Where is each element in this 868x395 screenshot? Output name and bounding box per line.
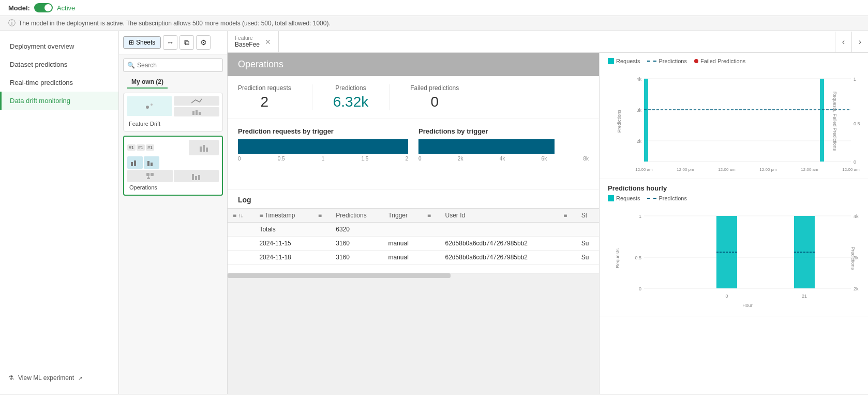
main-chart-legend: Requests Predictions Failed Predictions: [608, 58, 860, 64]
scroll-thumb[interactable]: [228, 273, 451, 278]
col-userid[interactable]: User Id: [440, 209, 559, 223]
totals-predictions: 6320: [331, 223, 383, 237]
feature-basefee-tab[interactable]: Feature BaseFee ✕: [228, 31, 279, 52]
predictions-value: 6.32k: [333, 94, 369, 110]
stats-row: Prediction requests 2 Predictions 6.32k …: [228, 76, 599, 119]
col-timestamp[interactable]: ≡ Timestamp: [254, 209, 312, 223]
predictions-stat: Predictions 6.32k: [333, 84, 369, 110]
svg-rect-3: [196, 110, 198, 115]
row1-predictions: 3160: [331, 237, 383, 251]
table-row: 2024-11-18 3160 manual 62d58b0a6cdb74726…: [228, 251, 599, 265]
tab-close-btn[interactable]: ✕: [265, 38, 271, 46]
tab-name-label: BaseFee: [235, 41, 260, 48]
col-predictions[interactable]: Predictions: [331, 209, 383, 223]
hourly-chart-legend: Requests Predictions: [608, 195, 860, 201]
stat-divider-2: [389, 84, 390, 110]
active-status: Active: [57, 4, 75, 12]
svg-rect-28: [820, 79, 824, 162]
svg-text:0: 0: [725, 294, 728, 299]
search-input[interactable]: [123, 58, 223, 72]
ops-header: Operations: [228, 53, 599, 76]
ops-mid-row: [127, 156, 219, 169]
sidebar-item-dataset-predictions[interactable]: Dataset predictions: [0, 55, 118, 74]
search-icon: 🔍: [127, 62, 135, 69]
sidebar-footer[interactable]: ⚗ View ML experiment ↗: [0, 368, 118, 388]
sheet-cards: Feature Drift #1 #1 #1: [119, 91, 227, 198]
svg-rect-10: [147, 161, 149, 166]
prediction-requests-stat: Prediction requests 2: [238, 84, 291, 110]
svg-text:1: 1: [854, 77, 856, 82]
search-box: 🔍: [123, 58, 223, 72]
nav-right-arrow[interactable]: ›: [851, 32, 868, 52]
experiment-icon: ⚗: [8, 374, 14, 382]
bar-chart-icon: [127, 156, 143, 169]
hourly-y-left: Requests: [615, 248, 620, 268]
charts-row: Prediction requests by trigger 0 0.5 1 1…: [228, 119, 599, 189]
col-menu[interactable]: ≡ ↑↓: [228, 209, 254, 223]
model-toggle[interactable]: [34, 3, 53, 12]
operations-card[interactable]: #1 #1 #1: [123, 136, 223, 196]
svg-text:12:00 pm: 12:00 pm: [759, 167, 777, 172]
svg-rect-11: [151, 163, 153, 166]
requests-axis: 0 0.5 1 1.5 2: [238, 156, 408, 162]
row2-timestamp: 2024-11-18: [254, 251, 312, 265]
sidebar-item-data-drift-monitoring[interactable]: Data drift monitoring: [0, 92, 118, 110]
y-left-label: Predictions: [617, 109, 622, 133]
svg-text:4k: 4k: [636, 77, 641, 82]
table-row: 2024-11-15 3160 manual 62d58b0a6cdb74726…: [228, 237, 599, 251]
col-trigger[interactable]: Trigger: [383, 209, 422, 223]
nav-arrows: ‹ ›: [835, 32, 868, 52]
model-label: Model:: [8, 4, 30, 12]
sheets-button[interactable]: ⊞ Sheets: [123, 36, 161, 49]
sidebar-item-deployment-overview[interactable]: Deployment overview: [0, 37, 118, 55]
settings-icon-btn[interactable]: ⚙: [196, 35, 211, 50]
legend-failed: Failed Predictions: [694, 58, 745, 64]
nav-left-arrow[interactable]: ‹: [835, 32, 851, 52]
hourly-legend-predictions: Predictions: [647, 195, 686, 201]
operations-panel: Operations Prediction requests 2 Predict…: [228, 53, 599, 394]
row1-timestamp: 2024-11-15: [254, 237, 312, 251]
svg-text:1: 1: [639, 214, 641, 219]
requests-legend-swatch: [608, 58, 614, 64]
log-table-header: ≡ ↑↓ ≡ Timestamp ≡ Predictions Trigger ≡…: [228, 209, 599, 223]
hourly-chart-section: Predictions hourly Requests Predictions …: [600, 179, 868, 316]
legend-requests: Requests: [608, 58, 640, 64]
svg-rect-16: [198, 175, 200, 180]
row1-status: Su: [576, 237, 599, 251]
move-icon-btn[interactable]: ↔: [163, 35, 177, 50]
svg-rect-12: [146, 173, 149, 176]
sidebar: Deployment overview Dataset predictions …: [0, 31, 119, 394]
duplicate-icon-btn[interactable]: ⧉: [179, 35, 194, 50]
main-chart-svg: 4k 3k 2k 1 0.5 0: [623, 68, 861, 172]
hourly-chart-svg: 1 0.5 0 4k 3k 2k: [623, 206, 861, 309]
svg-text:4k: 4k: [854, 214, 859, 219]
log-table-body: Totals 6320 2024-11: [228, 223, 599, 265]
main-layout: Deployment overview Dataset predictions …: [0, 31, 868, 394]
svg-rect-2: [192, 111, 194, 115]
requests-legend-label: Requests: [616, 58, 640, 64]
ops-top-row: #1 #1 #1: [127, 140, 219, 155]
svg-text:0.5: 0.5: [854, 121, 860, 126]
external-link-icon: ↗: [78, 375, 82, 381]
sidebar-item-realtime-predictions[interactable]: Real-time predictions: [0, 74, 118, 92]
failed-predictions-value: 0: [410, 94, 459, 110]
svg-text:2k: 2k: [854, 286, 859, 291]
svg-text:0: 0: [854, 159, 856, 165]
svg-rect-4: [199, 112, 201, 115]
failed-predictions-legend-label: Failed Predictions: [700, 58, 745, 64]
ops-bar2: [174, 170, 219, 182]
svg-rect-5: [200, 147, 202, 152]
hourly-y-right: Predictions: [851, 246, 856, 270]
col-status[interactable]: St: [576, 209, 599, 223]
failed-predictions-label: Failed predictions: [410, 84, 459, 92]
svg-rect-13: [151, 173, 154, 176]
svg-rect-27: [644, 79, 648, 162]
predictions-bar-chart: 0 2k 4k 6k 8k: [418, 139, 589, 181]
svg-text:12:00 am: 12:00 am: [635, 167, 653, 172]
horizontal-scrollbar[interactable]: [228, 273, 599, 278]
feature-drift-card[interactable]: Feature Drift: [123, 93, 223, 131]
line-tile: [174, 96, 219, 106]
tab-bar: Feature BaseFee ✕ ‹ ›: [228, 31, 868, 53]
main-chart-section: Requests Predictions Failed Predictions …: [600, 53, 868, 179]
info-bar: ⓘ The model in the deployment is active.…: [0, 16, 868, 31]
